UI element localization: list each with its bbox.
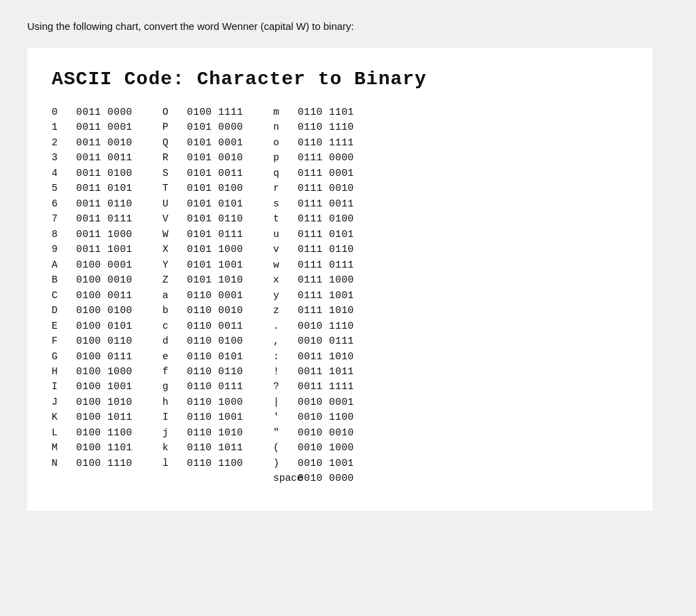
binary-cell: 0111 0100 [298,211,362,226]
binary-cell: 0010 1100 [298,410,362,424]
table-row: p0111 0000 [273,150,362,165]
table-row: '0010 1100 [273,410,362,424]
table-row: 00011 0000 [52,105,141,120]
char-cell: ! [273,364,298,379]
char-cell: x [273,272,298,287]
column-1: O0100 1111P0101 0000Q0101 0001R0101 0010… [162,105,251,486]
char-cell: " [273,425,298,440]
table-row: 30011 0011 [52,150,141,165]
binary-cell: 0111 1010 [298,303,362,318]
binary-cell: 0100 0011 [76,288,141,303]
table-row: D0100 0100 [52,303,141,318]
binary-cell: 0011 1001 [76,242,141,257]
table-row: ?0011 1111 [273,379,362,394]
table-row: )0010 1001 [273,456,362,471]
table-row: x0111 1000 [273,272,362,287]
char-cell: u [273,227,298,242]
char-cell: H [52,364,76,379]
char-cell: r [273,181,298,196]
char-cell: q [273,166,298,181]
table-row: 50011 0101 [52,181,141,196]
char-cell: p [273,150,298,165]
binary-cell: 0011 1111 [298,379,362,394]
table-row: 70011 0111 [52,211,141,226]
char-cell: Z [162,272,187,287]
char-cell: O [162,105,187,120]
char-cell: D [52,303,76,318]
binary-cell: 0110 0101 [187,349,251,364]
ascii-card: ASCII Code: Character to Binary 00011 00… [27,48,652,511]
char-cell: ' [273,410,298,424]
binary-cell: 0011 0010 [76,135,141,150]
table-row: V0101 0110 [162,211,251,226]
char-cell: e [162,349,187,364]
table-row: a0110 0001 [162,288,251,303]
char-cell: A [52,257,76,272]
binary-cell: 0110 1100 [187,456,251,471]
char-cell: v [273,242,298,257]
char-cell: j [162,425,187,440]
binary-cell: 0101 0111 [187,227,251,242]
char-cell: l [162,456,187,471]
char-cell: X [162,242,187,257]
table-row: t0111 0100 [273,211,362,226]
table-row: A0100 0001 [52,257,141,272]
binary-cell: 0100 1101 [76,440,141,455]
binary-cell: 0010 0001 [298,395,362,410]
binary-cell: 0010 1000 [298,440,362,455]
char-cell: 1 [52,120,76,134]
binary-cell: 0011 0011 [76,150,141,165]
char-cell: G [52,349,76,364]
table-row: I0100 1001 [52,379,141,394]
char-cell: c [162,319,187,333]
char-cell: b [162,303,187,318]
table-row: n0110 1110 [273,120,362,134]
binary-cell: 0111 0001 [298,166,362,181]
char-cell: k [162,440,187,455]
char-cell: w [273,257,298,272]
table-row: ,0010 0111 [273,333,362,348]
binary-cell: 0110 1101 [298,105,362,120]
table-row: O0100 1111 [162,105,251,120]
char-cell: F [52,333,76,348]
table-row: k0110 1011 [162,440,251,455]
table-row: |0010 0001 [273,395,362,410]
table-row: 40011 0100 [52,166,141,181]
char-cell: ) [273,456,298,471]
table-row: :0011 1010 [273,349,362,364]
binary-cell: 0011 1010 [298,349,362,364]
binary-cell: 0110 0110 [187,364,251,379]
binary-cell: 0011 0000 [76,105,141,120]
binary-cell: 0111 0000 [298,150,362,165]
char-cell: I [162,410,187,424]
char-cell: | [273,395,298,410]
char-cell: M [52,440,76,455]
binary-cell: 0010 1001 [298,456,362,471]
char-cell: 6 [52,196,76,211]
binary-cell: 0110 1111 [298,135,362,150]
binary-cell: 0110 1000 [187,395,251,410]
char-cell: , [273,333,298,348]
binary-cell: 0111 0010 [298,181,362,196]
binary-cell: 0111 0011 [298,196,362,211]
binary-cell: 0111 1001 [298,288,362,303]
binary-cell: 0101 0010 [187,150,251,165]
char-cell: C [52,288,76,303]
char-cell: 0 [52,105,76,120]
table-row: 90011 1001 [52,242,141,257]
char-cell: 3 [52,150,76,165]
table-row: S0101 0011 [162,166,251,181]
char-cell: T [162,181,187,196]
table-row: o0110 1111 [273,135,362,150]
binary-cell: 0011 1011 [298,364,362,379]
table-row: J0100 1010 [52,395,141,410]
char-cell: y [273,288,298,303]
binary-cell: 0010 0000 [298,471,362,486]
table-row: E0100 0101 [52,319,141,333]
table-row: w0111 0111 [273,257,362,272]
binary-cell: 0111 1000 [298,272,362,287]
char-cell: ? [273,379,298,394]
binary-cell: 0101 1000 [187,242,251,257]
table-row: G0100 0111 [52,349,141,364]
table-row: j0110 1010 [162,425,251,440]
